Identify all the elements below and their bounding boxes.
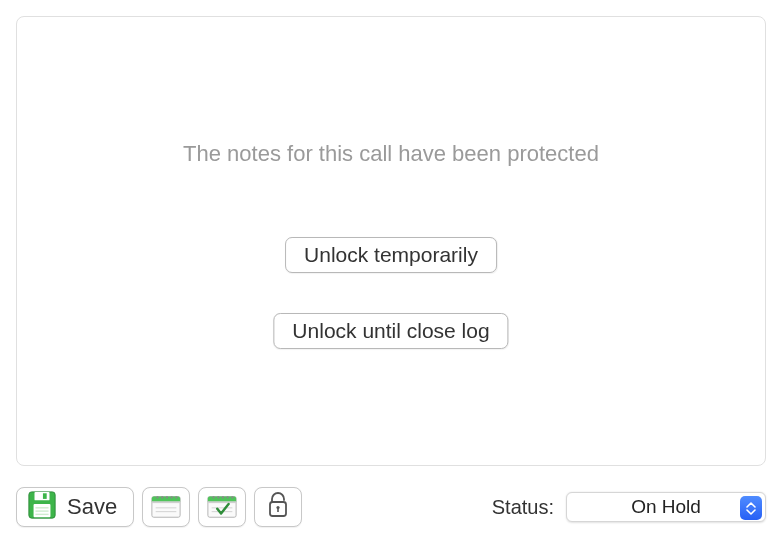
status-select[interactable]: On Hold (566, 492, 766, 522)
svg-point-21 (217, 496, 219, 498)
unlock-temporarily-button[interactable]: Unlock temporarily (285, 237, 497, 273)
svg-point-14 (175, 496, 177, 498)
svg-point-24 (231, 496, 233, 498)
notes-panel: The notes for this call have been protec… (16, 16, 766, 466)
svg-point-20 (213, 496, 215, 498)
chevron-updown-icon (740, 496, 762, 520)
svg-rect-1 (35, 492, 50, 500)
svg-rect-29 (277, 508, 279, 512)
save-label: Save (67, 494, 117, 520)
save-button[interactable]: Save (16, 487, 134, 527)
notepad-icon (150, 490, 182, 524)
floppy-disk-icon (27, 490, 57, 524)
unlock-icon (267, 492, 289, 522)
unlock-until-close-log-button[interactable]: Unlock until close log (273, 313, 508, 349)
notes-check-button[interactable] (198, 487, 246, 527)
svg-point-11 (161, 496, 163, 498)
notes-button[interactable] (142, 487, 190, 527)
svg-point-10 (157, 496, 159, 498)
bottom-toolbar: Save (16, 484, 766, 530)
svg-rect-2 (43, 493, 47, 499)
svg-point-22 (222, 496, 224, 498)
svg-rect-19 (208, 501, 236, 503)
svg-point-12 (166, 496, 168, 498)
svg-point-13 (171, 496, 173, 498)
lock-toggle-button[interactable] (254, 487, 302, 527)
status-value: On Hold (631, 496, 701, 518)
svg-rect-9 (152, 501, 180, 503)
protected-message: The notes for this call have been protec… (17, 141, 765, 167)
svg-point-23 (227, 496, 229, 498)
notepad-check-icon (206, 490, 238, 524)
status-label: Status: (492, 496, 554, 519)
